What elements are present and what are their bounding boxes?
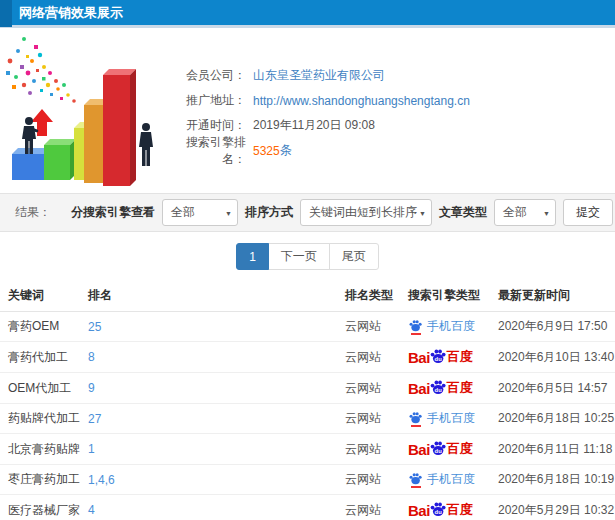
baidu-bai-text: Bai — [408, 441, 430, 458]
table-body: 膏药OEM 25 云网站 手机百度 — [0, 312, 615, 520]
article-type-value: 全部 — [503, 204, 527, 221]
baidu-paw-icon: du — [430, 501, 446, 519]
results-table: 关键词 排名 排名类型 搜索引擎类型 最新更新时间 膏药OEM 25 云网站 — [0, 281, 615, 520]
engine-cell: 手机百度 du — [408, 471, 482, 488]
baidu-paw-icon: du — [430, 348, 446, 366]
company-link[interactable]: 山东皇圣堂药业有限公司 — [246, 67, 385, 84]
baidu-bai-text: Bai — [408, 502, 430, 519]
mobile-baidu-label: 手机百度 — [427, 471, 475, 488]
baidu-cn-text: 百度 — [447, 501, 473, 519]
rank-link[interactable]: 1,4,6 — [88, 473, 115, 487]
table-header-row: 关键词 排名 排名类型 搜索引擎类型 最新更新时间 — [0, 281, 615, 312]
column-header-engine-type: 搜索引擎类型 — [400, 281, 490, 312]
baidu-bai-text: Bai — [408, 349, 430, 366]
engine-cell: Bai du 百度 — [408, 501, 482, 519]
baidu-paw-icon: du — [430, 440, 446, 458]
open-time-label: 开通时间： — [178, 117, 246, 134]
column-header-rank: 排名 — [80, 281, 337, 312]
filter-group: 分搜索引擎查看 全部 ▼ 排序方式 关键词由短到长排序 ▼ 文章类型 全部 ▼ … — [71, 199, 613, 226]
marketing-chart-image — [0, 33, 185, 191]
updated-cell: 2020年6月9日 17:50 — [490, 312, 615, 342]
rank-link[interactable]: 8 — [88, 350, 95, 364]
page-title: 网络营销效果展示 — [12, 4, 123, 22]
svg-text:du: du — [434, 387, 442, 393]
rank-type-cell: 云网站 — [337, 312, 400, 342]
promo-url-link[interactable]: http://www.shandonghuangshengtang.cn — [246, 94, 470, 108]
rank-type-cell: 云网站 — [337, 495, 400, 520]
sort-label: 排序方式 — [245, 204, 293, 221]
updated-cell: 2020年6月10日 13:40 — [490, 342, 615, 373]
sort-select[interactable]: 关键词由短到长排序 ▼ — [300, 199, 432, 226]
header-bar: 网络营销效果展示 — [0, 0, 615, 28]
keyword-cell: 膏药OEM — [0, 312, 80, 342]
rank-type-cell: 云网站 — [337, 342, 400, 373]
rank-link[interactable]: 27 — [88, 412, 101, 426]
table-row: OEM代加工 9 云网站 Bai — [0, 373, 615, 404]
confetti-dots — [6, 37, 76, 103]
baidu-paw-icon: du — [430, 379, 446, 397]
engine-cell: Bai du 百度 — [408, 379, 482, 397]
page: 网络营销效果展示 — [0, 0, 615, 520]
updated-cell: 2020年5月29日 10:32 — [490, 495, 615, 520]
submit-button[interactable]: 提交 — [563, 199, 613, 226]
engine-filter-value: 全部 — [171, 204, 195, 221]
filter-bar: 结果： 分搜索引擎查看 全部 ▼ 排序方式 关键词由短到长排序 ▼ 文章类型 全… — [0, 193, 615, 232]
rank-link[interactable]: 25 — [88, 320, 101, 334]
rank-link[interactable]: 9 — [88, 381, 95, 395]
baidu-logo: Bai du 百度 — [408, 348, 473, 366]
baidu-logo: Bai du 百度 — [408, 501, 473, 519]
mobile-baidu-label: 手机百度 — [427, 410, 475, 427]
updated-cell: 2020年6月18日 10:19 — [490, 465, 615, 495]
column-header-rank-type: 排名类型 — [337, 281, 400, 312]
column-header-keyword: 关键词 — [0, 281, 80, 312]
engine-cell: 手机百度 du — [408, 410, 482, 427]
table-row: 医疗器械厂家 4 云网站 Bai — [0, 495, 615, 520]
chevron-down-icon: ▼ — [419, 209, 426, 216]
updated-cell: 2020年6月11日 11:18 — [490, 434, 615, 465]
mobile-baidu-logo: 手机百度 — [408, 410, 475, 427]
rank-type-cell: 云网站 — [337, 404, 400, 434]
info-list: 会员公司： 山东皇圣堂药业有限公司 推广地址： http://www.shand… — [178, 63, 470, 163]
page-1-button[interactable]: 1 — [236, 243, 269, 270]
baidu-cn-text: 百度 — [447, 440, 473, 458]
mobile-baidu-logo: 手机百度 — [408, 318, 475, 335]
mobile-baidu-label: 手机百度 — [427, 318, 475, 335]
next-page-button[interactable]: 下一页 — [268, 243, 330, 270]
rank-link[interactable]: 4 — [88, 503, 95, 517]
baidu-cn-text: 百度 — [447, 348, 473, 366]
info-row-rank-count: 搜索引擎排名： 5325 条 — [178, 138, 470, 163]
engine-filter-select[interactable]: 全部 ▼ — [162, 199, 238, 226]
engine-cell: 手机百度 du — [408, 318, 482, 335]
keyword-cell: 膏药代加工 — [0, 342, 80, 373]
results-label: 结果： — [15, 204, 51, 221]
article-type-label: 文章类型 — [439, 204, 487, 221]
paw-underline — [411, 425, 421, 427]
baidu-cn-text: 百度 — [447, 379, 473, 397]
article-type-select[interactable]: 全部 ▼ — [494, 199, 556, 226]
keyword-cell: 枣庄膏药加工 — [0, 465, 80, 495]
table-row: 膏药OEM 25 云网站 手机百度 — [0, 312, 615, 342]
info-section: 会员公司： 山东皇圣堂药业有限公司 推广地址： http://www.shand… — [0, 31, 615, 191]
rank-type-cell: 云网站 — [337, 373, 400, 404]
rank-type-cell: 云网站 — [337, 434, 400, 465]
rank-type-cell: 云网站 — [337, 465, 400, 495]
baidu-paw-icon — [408, 472, 423, 488]
paw-underline — [411, 333, 421, 335]
baidu-logo: Bai du 百度 — [408, 440, 473, 458]
table-row: 枣庄膏药加工 1,4,6 云网站 手机百度 — [0, 465, 615, 495]
keyword-cell: 医疗器械厂家 — [0, 495, 80, 520]
svg-text:du: du — [434, 448, 442, 454]
last-page-button[interactable]: 尾页 — [329, 243, 379, 270]
engine-filter-label: 分搜索引擎查看 — [71, 204, 155, 221]
updated-cell: 2020年6月18日 10:25 — [490, 404, 615, 434]
header-accent — [0, 0, 12, 27]
rank-link[interactable]: 1 — [88, 442, 95, 456]
mobile-baidu-logo: 手机百度 — [408, 471, 475, 488]
keyword-cell: 北京膏药贴牌 — [0, 434, 80, 465]
engine-cell: Bai du 百度 — [408, 440, 482, 458]
engine-cell: Bai du 百度 — [408, 348, 482, 366]
baidu-logo: Bai du 百度 — [408, 379, 473, 397]
info-row-promo-url: 推广地址： http://www.shandonghuangshengtang.… — [178, 88, 470, 113]
rank-count-value: 5325 — [246, 144, 280, 158]
chevron-down-icon: ▼ — [225, 209, 232, 216]
